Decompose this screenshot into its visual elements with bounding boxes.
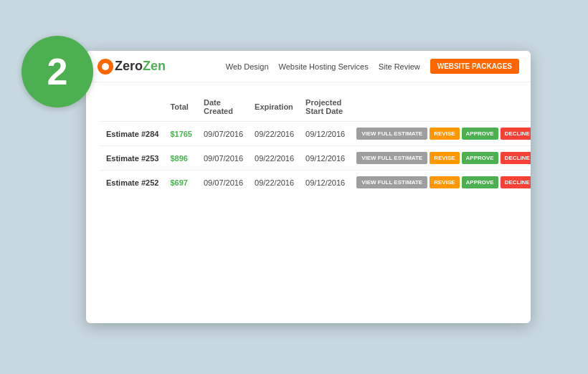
table-row: Estimate #253 $896 09/07/2016 09/22/2016…: [100, 146, 531, 171]
estimate-expiration: 09/22/2016: [249, 122, 300, 146]
estimate-date-created: 09/07/2016: [198, 171, 249, 195]
step-badge: 2: [22, 36, 93, 107]
logo-icon: [98, 59, 113, 75]
approve-button[interactable]: APPROVE: [462, 152, 498, 164]
revise-button[interactable]: REVISE: [430, 152, 459, 164]
action-buttons: VIEW FULL ESTIMATE REVISE APPROVE DECLIN…: [356, 176, 531, 188]
approve-button[interactable]: APPROVE: [462, 128, 498, 140]
logo: ZeroZen: [98, 59, 166, 75]
col-projected-start: Projected Start Date: [300, 95, 351, 122]
approve-button[interactable]: APPROVE: [462, 176, 498, 188]
action-buttons: VIEW FULL ESTIMATE REVISE APPROVE DECLIN…: [356, 152, 531, 164]
nav-links: Web Design Website Hosting Services Site…: [226, 59, 519, 74]
nav-link-site-review[interactable]: Site Review: [379, 62, 420, 71]
col-date-created: Date Created: [198, 95, 249, 122]
estimate-total: $1765: [170, 130, 192, 138]
estimate-date-created: 09/07/2016: [198, 146, 249, 171]
table-row: Estimate #284 $1765 09/07/2016 09/22/201…: [100, 122, 531, 146]
decline-button[interactable]: DECLINE: [501, 152, 531, 164]
view-full-estimate-button[interactable]: VIEW FULL ESTIMATE: [356, 128, 427, 140]
revise-button[interactable]: REVISE: [430, 176, 459, 188]
nav-link-hosting[interactable]: Website Hosting Services: [279, 62, 369, 71]
step-number: 2: [47, 50, 68, 93]
estimate-name: Estimate #253: [106, 154, 158, 163]
browser-window: ZeroZen Web Design Website Hosting Servi…: [86, 51, 531, 323]
nav-link-packages[interactable]: WEBSITE PACKAGES: [430, 59, 519, 74]
estimate-expiration: 09/22/2016: [249, 171, 300, 195]
estimate-name: Estimate #252: [106, 178, 158, 187]
estimate-projected-start: 09/12/2016: [300, 122, 351, 146]
logo-zero: Zero: [115, 59, 143, 73]
estimate-total: $697: [170, 178, 187, 187]
col-actions: [351, 95, 531, 122]
estimate-projected-start: 09/12/2016: [300, 146, 351, 171]
decline-button[interactable]: DECLINE: [501, 128, 531, 140]
decline-button[interactable]: DECLINE: [501, 176, 531, 188]
col-expiration: Expiration: [249, 95, 300, 122]
nav-link-web-design[interactable]: Web Design: [226, 62, 269, 71]
logo-zen: Zen: [143, 59, 166, 73]
view-full-estimate-button[interactable]: VIEW FULL ESTIMATE: [356, 176, 427, 188]
view-full-estimate-button[interactable]: VIEW FULL ESTIMATE: [356, 152, 427, 164]
estimates-table: Total Date Created Expiration Projected …: [100, 95, 531, 194]
estimate-total: $896: [170, 154, 187, 163]
col-name: [100, 95, 164, 122]
estimate-name: Estimate #284: [106, 130, 158, 138]
estimate-expiration: 09/22/2016: [249, 146, 300, 171]
col-total: Total: [164, 95, 198, 122]
revise-button[interactable]: REVISE: [430, 128, 459, 140]
content-area: Total Date Created Expiration Projected …: [86, 82, 531, 207]
estimate-projected-start: 09/12/2016: [300, 171, 351, 195]
logo-text: ZeroZen: [115, 59, 166, 74]
estimate-date-created: 09/07/2016: [198, 122, 249, 146]
action-buttons: VIEW FULL ESTIMATE REVISE APPROVE DECLIN…: [356, 128, 531, 140]
nav-bar: ZeroZen Web Design Website Hosting Servi…: [86, 51, 531, 82]
table-row: Estimate #252 $697 09/07/2016 09/22/2016…: [100, 171, 531, 195]
